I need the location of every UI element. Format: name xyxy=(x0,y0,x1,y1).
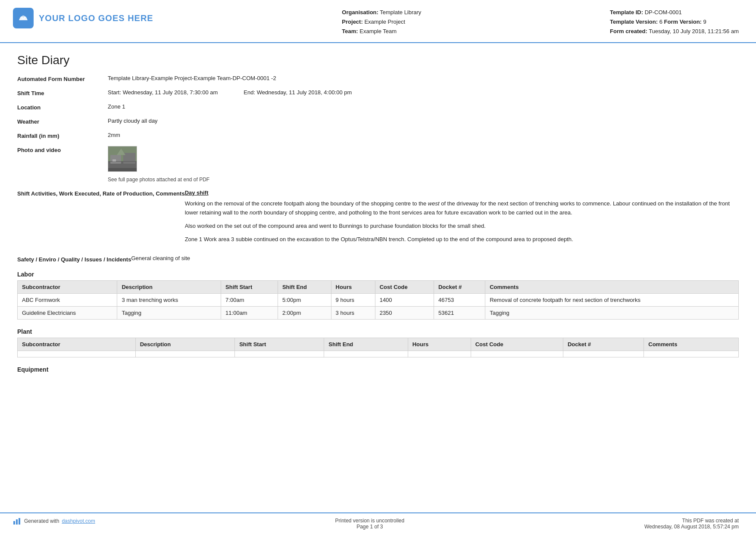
content: Site Diary Automated Form Number Templat… xyxy=(0,43,756,373)
org-label: Organisation: xyxy=(342,9,378,16)
form-version-label: Form Version: xyxy=(664,19,702,25)
svg-rect-6 xyxy=(108,168,137,172)
weather-row: Weather Partly cloudy all day xyxy=(17,118,739,128)
labor-cell-shift_start: 11:00am xyxy=(221,306,278,319)
activities-label: Shift Activities, Work Executed, Rate of… xyxy=(17,189,185,248)
plant-cell-cost_code xyxy=(471,351,563,357)
labor-section-title: Labor xyxy=(17,271,739,278)
footer-center: Printed version is uncontrolled Page 1 o… xyxy=(335,518,404,530)
plant-table: Subcontractor Description Shift Start Sh… xyxy=(17,338,739,357)
footer: Generated with dashpivot.com Printed ver… xyxy=(0,512,756,534)
table-row: Guideline ElectriciansTagging11:00am2:00… xyxy=(18,306,739,319)
header-right: Template ID: DP-COM-0001 Template Versio… xyxy=(610,8,739,36)
auto-form-label: Automated Form Number xyxy=(17,75,108,82)
safety-label: Safety / Enviro / Quality / Issues / Inc… xyxy=(17,255,131,264)
shift-time-label: Shift Time xyxy=(17,89,108,96)
plant-header-row: Subcontractor Description Shift Start Sh… xyxy=(18,338,739,351)
logo-icon xyxy=(13,8,34,28)
photo-value: See full page photos attached at end of … xyxy=(108,146,739,183)
shift-end: End: Wednesday, 11 July 2018, 4:00:00 pm xyxy=(244,89,352,96)
shift-time-value: Start: Wednesday, 11 July 2018, 7:30:00 … xyxy=(108,89,739,96)
location-label: Location xyxy=(17,103,108,111)
plant-cell-description xyxy=(135,351,235,357)
form-version-value: 9 xyxy=(703,19,706,25)
page-title: Site Diary xyxy=(17,53,739,67)
pdf-created-value: Wednesday, 08 August 2018, 5:57:24 pm xyxy=(644,524,739,530)
labor-cell-subcontractor: Guideline Electricians xyxy=(18,306,117,319)
template-id-label: Template ID: xyxy=(610,9,643,16)
logo-area: YOUR LOGO GOES HERE xyxy=(13,8,153,28)
dashpivot-link[interactable]: dashpivot.com xyxy=(62,518,95,524)
org-value: Template Library xyxy=(380,9,421,16)
day-shift-heading: Day shift xyxy=(185,189,739,196)
plant-col-shift-end: Shift End xyxy=(324,338,408,351)
team-row: Team: Example Team xyxy=(342,27,421,36)
plant-cell-docket xyxy=(563,351,644,357)
plant-col-docket: Docket # xyxy=(563,338,644,351)
location-value: Zone 1 xyxy=(108,103,739,111)
labor-col-cost-code: Cost Code xyxy=(375,280,434,293)
activities-p3: Zone 1 Work area 3 subbie continued on t… xyxy=(185,235,739,244)
plant-col-description: Description xyxy=(135,338,235,351)
plant-col-subcontractor: Subcontractor xyxy=(18,338,136,351)
labor-cell-description: Tagging xyxy=(117,306,221,319)
labor-col-docket: Docket # xyxy=(434,280,485,293)
labor-cell-shift_end: 5:00pm xyxy=(278,293,331,306)
shift-start: Start: Wednesday, 11 July 2018, 7:30:00 … xyxy=(108,89,218,96)
template-id-value: DP-COM-0001 xyxy=(645,9,682,16)
labor-cell-docket: 46753 xyxy=(434,293,485,306)
template-id-row: Template ID: DP-COM-0001 xyxy=(610,8,739,17)
shift-time-row: Shift Time Start: Wednesday, 11 July 201… xyxy=(17,89,739,100)
pdf-created-label: This PDF was created at xyxy=(644,518,739,524)
auto-form-row: Automated Form Number Template Library-E… xyxy=(17,75,739,86)
activities-content: Day shift Working on the removal of the … xyxy=(185,189,739,248)
plant-cell-comments xyxy=(644,351,739,357)
form-created-value: Tuesday, 10 July 2018, 11:21:56 am xyxy=(649,28,739,34)
labor-cell-docket: 53621 xyxy=(434,306,485,319)
photo-thumbnail xyxy=(108,146,137,172)
rainfall-label: Rainfall (in mm) xyxy=(17,132,108,139)
svg-rect-4 xyxy=(123,153,135,164)
page: YOUR LOGO GOES HERE Organisation: Templa… xyxy=(0,0,756,534)
svg-rect-9 xyxy=(13,521,15,525)
svg-point-0 xyxy=(22,16,25,19)
footer-right: This PDF was created at Wednesday, 08 Au… xyxy=(644,518,739,530)
labor-header-row: Subcontractor Description Shift Start Sh… xyxy=(18,280,739,293)
project-label: Project: xyxy=(342,19,362,25)
labor-cell-cost_code: 2350 xyxy=(375,306,434,319)
labor-cell-hours: 9 hours xyxy=(331,293,375,306)
weather-label: Weather xyxy=(17,118,108,125)
labor-cell-description: 3 man trenching works xyxy=(117,293,221,306)
plant-cell-shift_start xyxy=(235,351,324,357)
labor-col-shift-start: Shift Start xyxy=(221,280,278,293)
photo-svg xyxy=(108,146,137,172)
labor-col-shift-end: Shift End xyxy=(278,280,331,293)
labor-cell-shift_end: 2:00pm xyxy=(278,306,331,319)
team-value: Example Team xyxy=(359,28,397,34)
rainfall-row: Rainfall (in mm) 2mm xyxy=(17,132,739,143)
photo-caption: See full page photos attached at end of … xyxy=(108,177,739,183)
labor-col-comments: Comments xyxy=(485,280,739,293)
labor-cell-subcontractor: ABC Formwork xyxy=(18,293,117,306)
header-center: Organisation: Template Library Project: … xyxy=(342,8,421,36)
project-value: Example Project xyxy=(364,19,405,25)
activities-p1: Working on the removal of the concrete f… xyxy=(185,199,739,217)
header: YOUR LOGO GOES HERE Organisation: Templa… xyxy=(0,0,756,43)
footer-left: Generated with dashpivot.com xyxy=(13,518,95,525)
activities-p2: Also worked on the set out of the compou… xyxy=(185,222,739,231)
plant-col-hours: Hours xyxy=(408,338,471,351)
template-version-row: Template Version: 6 Form Version: 9 xyxy=(610,17,739,27)
print-notice: Printed version is uncontrolled xyxy=(335,518,404,524)
plant-cell-shift_end xyxy=(324,351,408,357)
team-label: Team: xyxy=(342,28,358,34)
photo-row: Photo and video xyxy=(17,146,739,186)
auto-form-value: Template Library-Example Project-Example… xyxy=(108,75,739,82)
labor-col-subcontractor: Subcontractor xyxy=(18,280,117,293)
plant-col-comments: Comments xyxy=(644,338,739,351)
dashpivot-icon xyxy=(13,518,22,525)
plant-section-title: Plant xyxy=(17,328,739,335)
labor-table: Subcontractor Description Shift Start Sh… xyxy=(17,280,739,320)
activities-row: Shift Activities, Work Executed, Rate of… xyxy=(17,189,739,251)
equipment-section-title: Equipment xyxy=(17,366,739,373)
page-label: Page 1 of 3 xyxy=(335,524,404,530)
